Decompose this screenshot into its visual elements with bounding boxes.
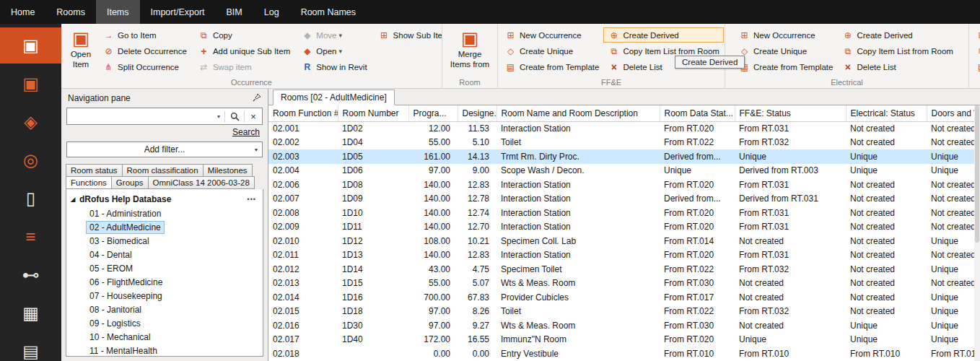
ribbon-button[interactable]: Swap item bbox=[193, 59, 297, 74]
tree-item[interactable]: 06 - FlightMedicine bbox=[66, 275, 263, 289]
navpane-tab[interactable]: Milestones bbox=[203, 164, 253, 177]
cell-designed[interactable]: 4.75 bbox=[458, 262, 496, 277]
cell-room-function[interactable]: 02.016 bbox=[268, 318, 338, 333]
cell-room-data-status[interactable]: From RT.020 bbox=[660, 248, 735, 263]
cell-room-name[interactable]: Trmt Rm. Dirty Proc. bbox=[496, 149, 660, 164]
ribbon-button[interactable]: Create Derived bbox=[837, 27, 958, 43]
column-header[interactable]: FF&E: Status bbox=[735, 105, 846, 121]
cell-programmed[interactable]: 140.00 bbox=[408, 178, 458, 192]
cell-ffe-status[interactable]: Derived from RT.003 bbox=[735, 164, 846, 178]
cell-room-number[interactable]: 1D15 bbox=[338, 277, 408, 291]
navpane-tab[interactable]: Room classification bbox=[122, 164, 204, 177]
cell-room-name[interactable]: Specimen Coll. Lab bbox=[496, 234, 660, 248]
sidebar-module-button[interactable]: ▣ bbox=[0, 66, 61, 102]
ribbon-button[interactable]: Create from Template bbox=[734, 59, 837, 74]
cell-room-function[interactable]: 02.011 bbox=[268, 248, 338, 263]
sidebar-module-button[interactable]: ▦ bbox=[0, 295, 61, 331]
cell-room-data-status[interactable]: Derived from... bbox=[660, 149, 735, 164]
navpane-tab[interactable]: Groups bbox=[111, 176, 149, 189]
cell-designed[interactable]: 0.00 bbox=[458, 347, 496, 361]
ribbon-button[interactable]: N bbox=[971, 27, 980, 43]
cell-doors-status[interactable]: Not created bbox=[927, 136, 974, 150]
cell-designed[interactable]: 11.53 bbox=[458, 121, 496, 136]
pin-icon[interactable] bbox=[253, 93, 261, 104]
cell-room-number[interactable]: 1D02 bbox=[338, 121, 408, 136]
tree-item[interactable]: 07 - Housekeeping bbox=[66, 289, 263, 303]
table-row[interactable]: 02.009 1D11 140.00 12.70 Interaction Sta… bbox=[268, 220, 974, 235]
cell-electrical-status[interactable]: Not created bbox=[846, 121, 927, 136]
cell-room-number[interactable]: 1D10 bbox=[338, 206, 408, 220]
cell-room-function[interactable]: 02.018 bbox=[268, 347, 338, 361]
cell-room-number[interactable]: 1D05 bbox=[338, 149, 408, 164]
cell-room-data-status[interactable]: From RT.014 bbox=[660, 234, 735, 248]
column-header[interactable]: Room Function # bbox=[268, 105, 338, 121]
cell-doors-status[interactable]: From RT.010 bbox=[927, 347, 974, 361]
cell-designed[interactable]: 12.70 bbox=[458, 220, 496, 235]
table-row[interactable]: 02.001 1D02 12.00 11.53 Interaction Stat… bbox=[268, 121, 974, 136]
cell-room-number[interactable] bbox=[338, 347, 408, 361]
menu-tab[interactable]: Rooms bbox=[45, 0, 96, 24]
ribbon-button[interactable]: Split Occurrence bbox=[98, 59, 193, 74]
cell-ffe-status[interactable]: From RT.031 bbox=[735, 248, 846, 263]
cell-electrical-status[interactable]: Not created bbox=[846, 220, 927, 235]
ribbon-button[interactable]: C bbox=[971, 43, 980, 58]
cell-electrical-status[interactable]: Not created bbox=[846, 290, 927, 305]
cell-designed[interactable]: 12.83 bbox=[458, 248, 496, 263]
cell-programmed[interactable]: 12.00 bbox=[408, 121, 458, 136]
cell-room-data-status[interactable]: From RT.030 bbox=[660, 318, 735, 333]
navpane-tab[interactable]: Room status bbox=[66, 164, 123, 177]
cell-designed[interactable]: 5.10 bbox=[458, 136, 496, 150]
table-row[interactable]: 02.012 1D14 43.00 4.75 Specimen Toilet F… bbox=[268, 262, 974, 277]
cell-designed[interactable]: 12.78 bbox=[458, 192, 496, 206]
column-header[interactable]: Doors and W... bbox=[927, 105, 974, 121]
ribbon-button[interactable]: Copy Item List from Room bbox=[837, 43, 958, 58]
tree-item[interactable]: 01 - Administration bbox=[66, 206, 263, 220]
cell-room-number[interactable]: 1D04 bbox=[338, 136, 408, 150]
ribbon-button[interactable]: C bbox=[971, 59, 980, 74]
cell-room-number[interactable]: 1D09 bbox=[338, 192, 408, 206]
cell-room-function[interactable]: 02.014 bbox=[268, 290, 338, 305]
search-options-chevron-icon[interactable]: ▾ bbox=[213, 113, 224, 120]
ribbon-button[interactable]: Create Unique bbox=[500, 43, 603, 58]
ribbon-button[interactable]: Show Sub Items bbox=[374, 27, 442, 43]
cell-ffe-status[interactable]: Derived from RT.031 bbox=[735, 192, 846, 206]
cell-programmed[interactable]: 55.00 bbox=[408, 136, 458, 150]
cell-room-data-status[interactable]: From RT.022 bbox=[660, 262, 735, 277]
cell-room-function[interactable]: 02.002 bbox=[268, 136, 338, 150]
cell-room-function[interactable]: 02.008 bbox=[268, 206, 338, 220]
sidebar-module-button[interactable]: ◎ bbox=[0, 142, 61, 178]
rooms-document-tab[interactable]: Rooms [02 - AdultMedicine] bbox=[273, 90, 395, 105]
cell-programmed[interactable]: 140.00 bbox=[408, 220, 458, 235]
cell-programmed[interactable]: 97.00 bbox=[408, 318, 458, 333]
column-header[interactable]: Room Number bbox=[338, 105, 408, 121]
cell-designed[interactable]: 5.07 bbox=[458, 277, 496, 291]
cell-room-name[interactable]: Interaction Station bbox=[496, 121, 660, 136]
cell-programmed[interactable]: 140.00 bbox=[408, 206, 458, 220]
cell-ffe-status[interactable]: Not created bbox=[735, 277, 846, 291]
menu-tab[interactable]: Import/Export bbox=[140, 0, 216, 24]
ribbon-button[interactable]: Create Derived bbox=[603, 27, 724, 43]
search-icon[interactable] bbox=[225, 112, 244, 121]
cell-designed[interactable]: 9.27 bbox=[458, 318, 496, 333]
cell-ffe-status[interactable]: Unique bbox=[735, 149, 846, 164]
cell-room-name[interactable]: Interaction Station bbox=[496, 178, 660, 192]
table-row[interactable]: 02.003 1D05 161.00 14.13 Trmt Rm. Dirty … bbox=[268, 149, 974, 164]
cell-programmed[interactable]: 161.00 bbox=[408, 149, 458, 164]
cell-electrical-status[interactable]: Not created bbox=[846, 178, 927, 192]
cell-doors-status[interactable]: Not created bbox=[927, 121, 974, 136]
cell-room-name[interactable]: Specimen Toilet bbox=[496, 262, 660, 277]
tree-item[interactable]: 05 - EROM bbox=[66, 261, 263, 275]
table-row[interactable]: 02.014 1D16 700.00 67.83 Provider Cubicl… bbox=[268, 290, 974, 305]
cell-electrical-status[interactable]: Not created bbox=[846, 234, 927, 248]
cell-room-function[interactable]: 02.003 bbox=[268, 149, 338, 164]
tree-item[interactable]: 11 - MentalHealth bbox=[66, 344, 263, 357]
table-row[interactable]: 02.010 1D12 108.00 10.21 Specimen Coll. … bbox=[268, 234, 974, 248]
menu-tab[interactable]: BIM bbox=[216, 0, 253, 24]
cell-room-data-status[interactable]: From RT.022 bbox=[660, 136, 735, 150]
menu-tab[interactable]: Room Names bbox=[290, 0, 367, 24]
cell-room-function[interactable]: 02.007 bbox=[268, 192, 338, 206]
cell-doors-status[interactable]: Unique bbox=[927, 305, 974, 319]
cell-room-name[interactable]: Interaction Station bbox=[496, 192, 660, 206]
cell-room-data-status[interactable]: From RT.020 bbox=[660, 178, 735, 192]
table-row[interactable]: 02.006 1D08 140.00 12.83 Interaction Sta… bbox=[268, 178, 974, 192]
